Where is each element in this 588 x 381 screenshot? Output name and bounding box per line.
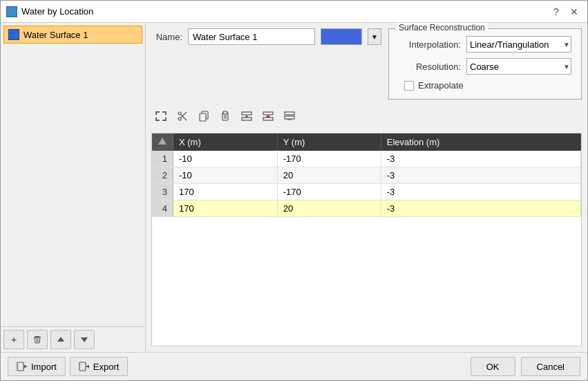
delete-item-button[interactable] bbox=[27, 330, 48, 349]
y-cell[interactable]: -170 bbox=[277, 184, 381, 201]
help-button[interactable]: ? bbox=[549, 4, 564, 19]
up-arrow-icon bbox=[57, 335, 65, 344]
clear-button[interactable] bbox=[280, 107, 299, 125]
content-area: Water Surface 1 + bbox=[1, 23, 587, 352]
add-item-button[interactable]: + bbox=[3, 330, 24, 349]
svg-rect-25 bbox=[285, 112, 294, 115]
elevation-cell[interactable]: -3 bbox=[381, 201, 580, 217]
dialog: Water by Location ? ✕ Water Surface 1 + bbox=[0, 0, 588, 381]
copy-button[interactable] bbox=[194, 107, 214, 125]
sidebar-item-label: Water Surface 1 bbox=[23, 30, 88, 40]
svg-rect-13 bbox=[223, 111, 227, 114]
resolution-row: Resolution: Coarse Medium Fine ▼ bbox=[399, 58, 571, 75]
extrapolate-checkbox[interactable] bbox=[404, 81, 414, 91]
interpolation-label: Interpolation: bbox=[399, 39, 461, 50]
import-icon bbox=[17, 362, 28, 371]
x-cell[interactable]: 170 bbox=[173, 184, 278, 201]
bottom-right-buttons: OK Cancel bbox=[471, 357, 580, 376]
table-toolbar bbox=[151, 105, 582, 127]
name-and-table: Name: ▼ bbox=[151, 28, 381, 45]
left-toolbar: + bbox=[1, 326, 145, 352]
paste-icon bbox=[220, 111, 231, 122]
x-cell[interactable]: -10 bbox=[173, 167, 278, 184]
export-button[interactable]: Export bbox=[70, 357, 129, 376]
svg-rect-21 bbox=[263, 112, 273, 115]
clear-icon bbox=[284, 111, 295, 122]
ok-button[interactable]: OK bbox=[471, 357, 515, 376]
interpolation-row: Interpolation: Linear/Triangulation Natu… bbox=[399, 36, 571, 53]
delete-row-icon bbox=[263, 111, 274, 122]
surface-reconstruction-panel: Surface Reconstruction Interpolation: Li… bbox=[388, 28, 582, 100]
resolution-select-wrapper: Coarse Medium Fine ▼ bbox=[466, 58, 571, 75]
close-button[interactable]: ✕ bbox=[567, 4, 582, 19]
svg-marker-31 bbox=[24, 365, 27, 369]
table-row[interactable]: 2 -10 20 -3 bbox=[152, 167, 581, 184]
insert-row-icon bbox=[241, 111, 252, 122]
table-body: 1 -10 -170 -3 2 -10 20 -3 3 170 -170 -3 … bbox=[152, 151, 581, 217]
left-panel: Water Surface 1 + bbox=[1, 23, 146, 352]
export-label: Export bbox=[93, 362, 120, 372]
import-button[interactable]: Import bbox=[8, 357, 66, 376]
row-number-cell: 3 bbox=[152, 184, 173, 201]
move-down-button[interactable] bbox=[74, 330, 95, 349]
right-panel: Name: ▼ Surface Reconstruction Interpola… bbox=[146, 23, 587, 352]
svg-rect-0 bbox=[35, 336, 39, 337]
x-cell[interactable]: 170 bbox=[173, 201, 278, 217]
elevation-cell[interactable]: -3 bbox=[381, 151, 580, 167]
interpolation-select[interactable]: Linear/Triangulation Natural Neighbor Kr… bbox=[466, 36, 571, 53]
cut-button[interactable] bbox=[173, 107, 192, 125]
row-number-cell: 1 bbox=[152, 151, 173, 167]
select-all-button[interactable] bbox=[151, 107, 171, 125]
data-table: X (m) Y (m) Elevation (m) 1 -10 -170 -3 … bbox=[152, 133, 581, 217]
select-all-icon bbox=[155, 111, 167, 121]
water-surface-icon bbox=[8, 29, 19, 40]
cancel-button[interactable]: Cancel bbox=[521, 357, 580, 376]
dialog-icon bbox=[6, 6, 17, 17]
move-up-button[interactable] bbox=[50, 330, 71, 349]
y-cell[interactable]: 20 bbox=[277, 201, 381, 217]
insert-row-button[interactable] bbox=[237, 107, 256, 125]
sidebar-list: Water Surface 1 bbox=[1, 23, 145, 326]
svg-rect-32 bbox=[79, 362, 86, 371]
elevation-cell[interactable]: -3 bbox=[381, 184, 580, 201]
svg-point-7 bbox=[178, 118, 181, 120]
resolution-select[interactable]: Coarse Medium Fine bbox=[466, 58, 571, 75]
table-header-rownum bbox=[152, 133, 173, 151]
y-cell[interactable]: -170 bbox=[277, 151, 381, 167]
table-header-row: X (m) Y (m) Elevation (m) bbox=[152, 133, 581, 151]
title-bar-left: Water by Location bbox=[6, 6, 93, 17]
table-header-elevation: Elevation (m) bbox=[381, 133, 580, 151]
sidebar-item-water-surface-1[interactable]: Water Surface 1 bbox=[3, 26, 142, 44]
name-input[interactable] bbox=[188, 28, 315, 45]
elevation-cell[interactable]: -3 bbox=[381, 167, 580, 184]
name-label: Name: bbox=[151, 32, 182, 42]
svg-rect-17 bbox=[242, 112, 252, 115]
title-bar: Water by Location ? ✕ bbox=[1, 1, 587, 23]
delete-row-button[interactable] bbox=[258, 107, 278, 125]
table-row[interactable]: 1 -10 -170 -3 bbox=[152, 151, 581, 167]
extrapolate-label: Extrapolate bbox=[418, 80, 464, 91]
import-label: Import bbox=[31, 362, 57, 372]
export-icon bbox=[79, 362, 90, 371]
trash-icon bbox=[32, 335, 42, 344]
header-sort-icon bbox=[158, 137, 167, 145]
x-cell[interactable]: -10 bbox=[173, 151, 278, 167]
row-number-cell: 4 bbox=[152, 201, 173, 217]
copy-icon bbox=[198, 111, 209, 122]
color-dropdown-button[interactable]: ▼ bbox=[368, 28, 381, 45]
color-picker-button[interactable] bbox=[321, 28, 362, 45]
scissors-icon bbox=[177, 111, 188, 122]
table-row[interactable]: 4 170 20 -3 bbox=[152, 201, 581, 217]
paste-button[interactable] bbox=[216, 107, 235, 125]
resolution-label: Resolution: bbox=[399, 62, 461, 72]
bottom-bar: Import Export OK Cancel bbox=[1, 352, 587, 380]
interpolation-select-wrapper: Linear/Triangulation Natural Neighbor Kr… bbox=[466, 36, 571, 53]
table-row[interactable]: 3 170 -170 -3 bbox=[152, 184, 581, 201]
svg-rect-29 bbox=[17, 362, 23, 371]
data-table-container: X (m) Y (m) Elevation (m) 1 -10 -170 -3 … bbox=[151, 133, 582, 346]
y-cell[interactable]: 20 bbox=[277, 167, 381, 184]
table-header-y: Y (m) bbox=[277, 133, 381, 151]
svg-rect-22 bbox=[263, 118, 273, 120]
bottom-left-buttons: Import Export bbox=[8, 357, 128, 376]
title-bar-buttons: ? ✕ bbox=[549, 4, 582, 19]
